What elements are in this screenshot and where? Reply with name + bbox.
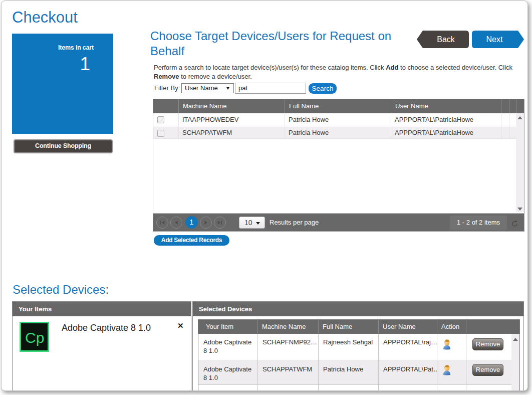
svg-text:Back: Back — [437, 35, 455, 44]
svg-text:Next: Next — [486, 35, 503, 44]
